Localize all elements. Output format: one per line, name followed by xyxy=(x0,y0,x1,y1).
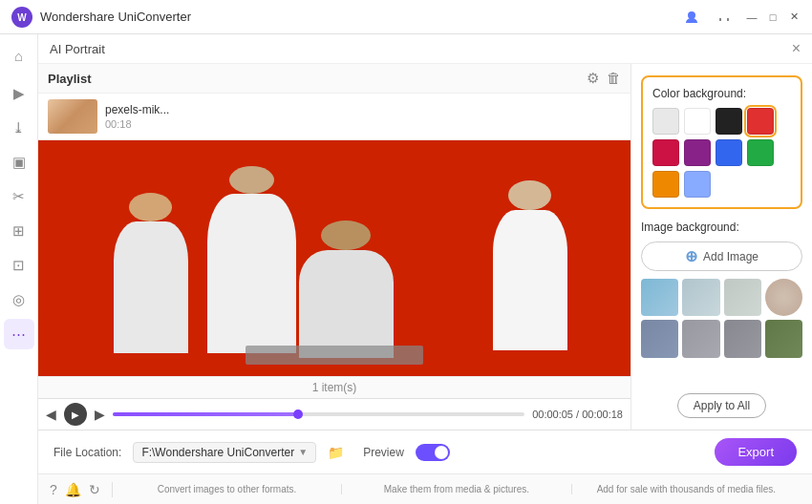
preview-toggle[interactable] xyxy=(416,444,450,461)
user-icon[interactable] xyxy=(678,4,705,31)
app-logo: W xyxy=(11,7,32,28)
content-area: AI Portrait × Playlist ⚙ 🗑 xyxy=(38,34,812,504)
color-swatch-purple[interactable] xyxy=(684,139,711,166)
panel-body: Playlist ⚙ 🗑 pexels-mik... 00:18 xyxy=(38,64,812,430)
folder-icon[interactable]: 📁 xyxy=(328,445,344,460)
info-bar: ? 🔔 ↻ Convert images to other formats. M… xyxy=(38,473,812,504)
minimize-button[interactable]: — xyxy=(745,10,759,24)
color-background-section: Color background: xyxy=(641,75,802,209)
sidebar-item-merge[interactable]: ⊞ xyxy=(4,216,34,246)
title-bar: W Wondershare UniConverter — □ ✕ xyxy=(0,0,812,34)
path-dropdown-icon[interactable]: ▼ xyxy=(298,447,308,457)
playlist-title: Playlist xyxy=(48,72,92,86)
window-controls: — □ ✕ xyxy=(678,4,801,31)
refresh-icon[interactable]: ↻ xyxy=(89,482,100,497)
video-content xyxy=(38,140,630,376)
bell-icon[interactable]: 🔔 xyxy=(65,482,81,497)
color-swatch-black[interactable] xyxy=(716,108,742,135)
image-thumb-3[interactable] xyxy=(724,279,761,316)
playlist-item[interactable]: pexels-mik... 00:18 xyxy=(38,94,630,140)
color-swatch-red[interactable] xyxy=(747,108,774,135)
add-image-button[interactable]: ⊕ Add Image xyxy=(641,242,802,271)
image-thumb-5[interactable] xyxy=(641,320,678,357)
svg-point-2 xyxy=(688,11,695,19)
video-controls: ◀ ▶ ▶ 00:00:05 / 00:00:18 xyxy=(38,398,630,430)
panel-close-button[interactable]: × xyxy=(792,40,801,57)
video-area xyxy=(38,140,630,376)
sidebar-item-download[interactable]: ⤓ xyxy=(4,113,34,143)
color-swatch-blue[interactable] xyxy=(716,139,742,166)
right-panel: Color background: xyxy=(630,64,812,430)
apply-to-all-button[interactable]: Apply to All xyxy=(677,393,766,418)
playlist-delete-icon[interactable]: 🗑 xyxy=(607,70,621,87)
sidebar-item-cut[interactable]: ✂ xyxy=(4,181,34,212)
panel-header: AI Portrait × xyxy=(38,34,812,64)
color-swatch-crimson[interactable] xyxy=(652,139,679,166)
file-location-label: File Location: xyxy=(53,446,121,459)
color-swatch-orange[interactable] xyxy=(652,171,679,198)
image-thumb-8[interactable] xyxy=(765,320,802,357)
sidebar-item-screen[interactable]: ▣ xyxy=(4,147,34,178)
sidebar-item-media[interactable]: ▶ xyxy=(4,78,34,109)
maximize-button[interactable]: □ xyxy=(766,10,780,24)
panel-title: AI Portrait xyxy=(50,42,105,56)
color-swatch-green[interactable] xyxy=(747,139,774,166)
file-location-path[interactable]: F:\Wondershare UniConverter ▼ xyxy=(133,442,316,463)
image-background-section: Image background: ⊕ Add Image xyxy=(641,220,802,358)
next-button[interactable]: ▶ xyxy=(95,407,105,422)
color-swatch-grid xyxy=(652,108,791,198)
export-button[interactable]: Export xyxy=(715,438,797,466)
play-button[interactable]: ▶ xyxy=(64,403,87,426)
image-thumb-7[interactable] xyxy=(724,320,761,357)
playlist-settings-icon[interactable]: ⚙ xyxy=(587,70,599,87)
info-bar-item-1: Convert images to other formats. xyxy=(113,484,342,494)
progress-thumb xyxy=(293,410,303,419)
playlist-item-name: pexels-mik... xyxy=(105,103,621,116)
playlist-item-duration: 00:18 xyxy=(105,118,621,130)
sidebar: ⌂ ▶ ⤓ ▣ ✂ ⊞ ⊡ ◎ ⋯ xyxy=(0,34,38,504)
color-background-label: Color background: xyxy=(652,87,791,100)
sidebar-item-home[interactable]: ⌂ xyxy=(4,40,34,71)
image-thumb-4[interactable] xyxy=(765,279,802,316)
playlist-header: Playlist ⚙ 🗑 xyxy=(38,64,630,94)
sidebar-item-more[interactable]: ⋯ xyxy=(4,319,34,349)
video-time: 00:00:05 / 00:00:18 xyxy=(532,409,623,420)
info-bar-item-3: Add for sale with thousands of media fil… xyxy=(572,484,801,494)
playlist-actions: ⚙ 🗑 xyxy=(587,70,621,87)
image-thumb-1[interactable] xyxy=(641,279,678,316)
bottom-bar: File Location: F:\Wondershare UniConvert… xyxy=(38,430,812,473)
playlist-item-info: pexels-mik... 00:18 xyxy=(105,103,621,130)
toggle-knob xyxy=(435,446,448,459)
app-title: Wondershare UniConverter xyxy=(40,10,678,24)
headset-icon[interactable] xyxy=(711,4,737,31)
apply-button-row: Apply to All xyxy=(641,393,802,418)
color-swatch-white[interactable] xyxy=(684,108,711,135)
help-icon[interactable]: ? xyxy=(50,482,57,497)
info-bar-item-2: Make them from media & pictures. xyxy=(342,484,571,494)
prev-button[interactable]: ◀ xyxy=(46,407,56,422)
file-path-text: F:\Wondershare UniConverter xyxy=(141,446,294,459)
add-image-label: Add Image xyxy=(703,250,759,263)
progress-bar[interactable] xyxy=(113,412,524,416)
image-thumbnail-grid xyxy=(641,279,802,358)
left-panel: Playlist ⚙ 🗑 pexels-mik... 00:18 xyxy=(38,64,630,430)
color-swatch-light-gray[interactable] xyxy=(652,108,679,135)
add-icon: ⊕ xyxy=(685,247,697,265)
sidebar-item-compress[interactable]: ⊡ xyxy=(4,250,34,281)
close-button[interactable]: ✕ xyxy=(787,10,801,24)
image-thumb-6[interactable] xyxy=(682,320,719,357)
main-layout: ⌂ ▶ ⤓ ▣ ✂ ⊞ ⊡ ◎ ⋯ AI Portrait × Playlist… xyxy=(0,34,812,504)
sidebar-item-settings[interactable]: ◎ xyxy=(4,284,34,315)
image-thumb-2[interactable] xyxy=(682,279,719,316)
color-swatch-light-blue[interactable] xyxy=(684,171,711,198)
image-background-label: Image background: xyxy=(641,220,802,234)
preview-label: Preview xyxy=(363,446,404,459)
playlist-thumbnail xyxy=(48,99,97,134)
progress-fill xyxy=(113,412,298,416)
svg-text:W: W xyxy=(17,12,27,23)
items-count: 1 item(s) xyxy=(38,376,630,398)
